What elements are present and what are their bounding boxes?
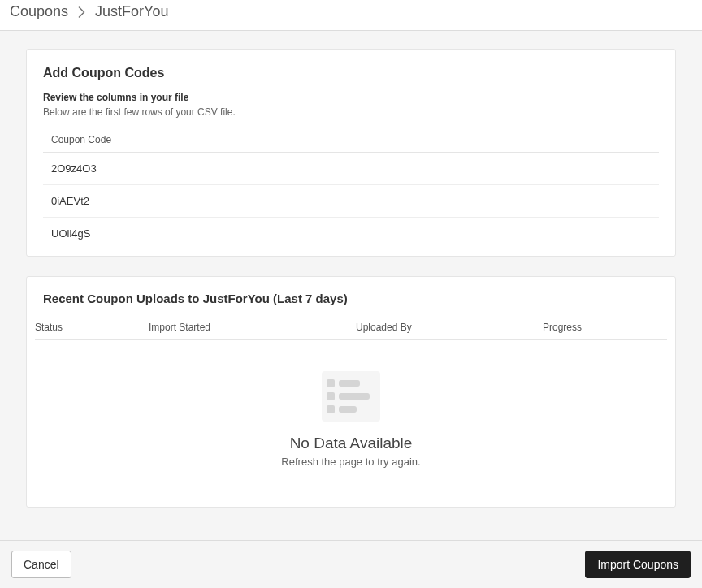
table-row: UOil4gS — [43, 218, 659, 256]
coupon-code-header: Coupon Code — [43, 128, 659, 153]
recent-uploads-title: Recent Coupon Uploads to JustForYou (Las… — [35, 292, 667, 317]
recent-uploads-card: Recent Coupon Uploads to JustForYou (Las… — [26, 276, 676, 508]
chevron-right-icon — [78, 6, 85, 18]
col-status: Status — [35, 322, 149, 333]
footer-bar: Cancel Import Coupons — [0, 540, 702, 588]
main-content: Add Coupon Codes Review the columns in y… — [0, 31, 702, 581]
table-row: 2O9z4O3 — [43, 153, 659, 185]
breadcrumb: Coupons JustForYou — [0, 0, 702, 31]
csv-description: Below are the first few rows of your CSV… — [43, 106, 659, 118]
breadcrumb-current: JustForYou — [95, 3, 168, 20]
add-coupon-card: Add Coupon Codes Review the columns in y… — [26, 49, 676, 257]
table-row: 0iAEVt2 — [43, 185, 659, 218]
review-columns-subtitle: Review the columns in your file — [43, 92, 659, 103]
coupon-preview-table: Coupon Code 2O9z4O3 0iAEVt2 UOil4gS — [43, 128, 659, 256]
col-uploaded-by: Uploaded By — [356, 322, 543, 333]
no-data-state: No Data Available Refresh the page to tr… — [35, 340, 667, 482]
no-data-title: No Data Available — [35, 435, 667, 452]
import-coupons-button[interactable]: Import Coupons — [585, 551, 691, 578]
uploads-table-header: Status Import Started Uploaded By Progre… — [35, 317, 667, 340]
empty-list-icon — [322, 371, 380, 422]
breadcrumb-parent[interactable]: Coupons — [10, 3, 68, 20]
no-data-subtitle: Refresh the page to try again. — [35, 456, 667, 468]
cancel-button[interactable]: Cancel — [11, 551, 72, 578]
col-progress: Progress — [543, 322, 667, 333]
add-coupon-title: Add Coupon Codes — [43, 66, 659, 80]
col-import-started: Import Started — [149, 322, 356, 333]
